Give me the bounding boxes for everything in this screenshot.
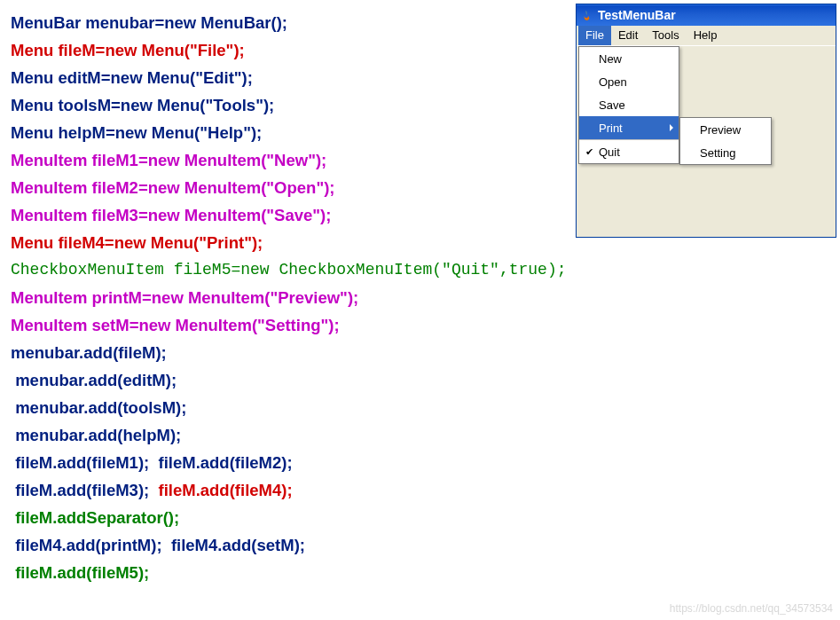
menubar: File Edit Tools Help (577, 26, 836, 46)
menu-help[interactable]: Help (687, 26, 725, 45)
menu-edit[interactable]: Edit (611, 26, 645, 45)
code-line: CheckboxMenuItem fileM5=new CheckboxMenu… (11, 256, 840, 284)
window-titlebar[interactable]: TestMenuBar (577, 4, 836, 26)
code-line: fileM4.add(printM); fileM4.add(setM); (11, 531, 840, 559)
menu-file[interactable]: File (578, 26, 611, 45)
window-title: TestMenuBar (598, 8, 676, 22)
menu-item-open[interactable]: Open (579, 70, 679, 93)
menu-item-save[interactable]: Save (579, 93, 679, 116)
menu-item-quit[interactable]: ✔ Quit (579, 139, 679, 163)
checkmark-icon: ✔ (585, 146, 593, 158)
code-line: fileM.add(fileM3); fileM.add(fileM4); (11, 476, 840, 504)
java-icon (580, 8, 594, 22)
menu-item-label: Quit (599, 145, 620, 159)
code-line: menubar.add(fileM); (11, 339, 840, 366)
submenu-arrow-icon (670, 124, 673, 131)
menu-item-label: Setting (700, 146, 735, 160)
file-dropdown: New Open Save Print ✔ Quit (578, 46, 679, 164)
menu-item-preview[interactable]: Preview (680, 118, 771, 141)
menu-item-label: Open (599, 75, 627, 89)
menu-item-label: New (599, 52, 622, 66)
menu-item-label: Preview (700, 123, 741, 137)
code-line: fileM.add(fileM1); fileM.add(fileM2); (11, 449, 840, 476)
code-line: menubar.add(editM); (11, 366, 840, 394)
menu-item-label: Save (599, 98, 625, 112)
code-line: fileM.add(fileM5); (11, 559, 840, 586)
code-line: MenuItem setM=new MenuItem("Setting"); (11, 311, 840, 339)
print-submenu: Preview Setting (679, 117, 772, 165)
menu-item-setting[interactable]: Setting (680, 141, 771, 164)
app-window: TestMenuBar File Edit Tools Help New Ope… (576, 4, 836, 238)
menu-item-print[interactable]: Print (579, 116, 679, 139)
menu-item-label: Print (599, 122, 623, 135)
menu-item-new[interactable]: New (579, 47, 679, 70)
menu-tools[interactable]: Tools (645, 26, 686, 45)
code-line: menubar.add(toolsM); (11, 394, 840, 421)
watermark-text: https://blog.csdn.net/qq_34573534 (670, 602, 833, 615)
window-client-area: New Open Save Print ✔ Quit Preview Setti… (577, 46, 836, 237)
code-line: MenuItem printM=new MenuItem("Preview"); (11, 284, 840, 311)
code-line: menubar.add(helpM); (11, 421, 840, 449)
code-line: fileM.addSeparator(); (11, 504, 840, 531)
